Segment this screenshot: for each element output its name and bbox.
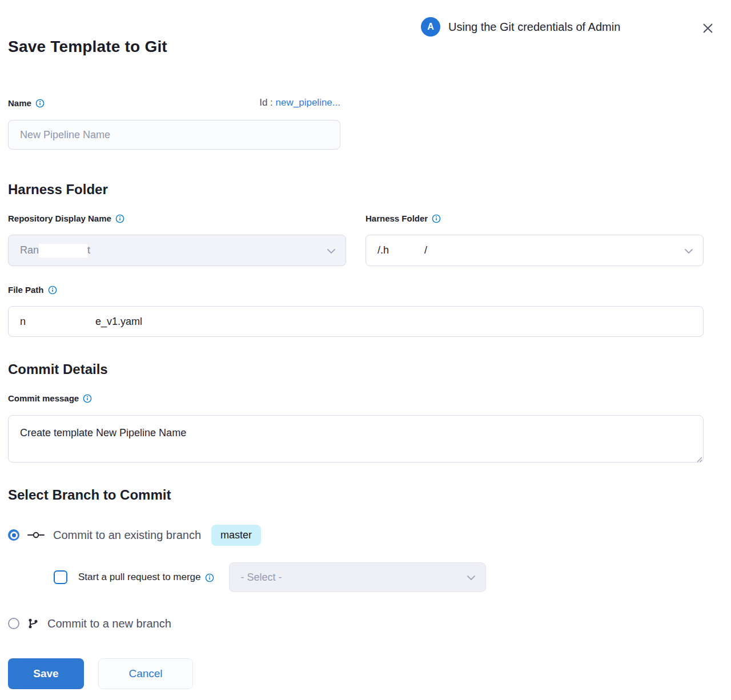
git-branch-icon <box>27 618 39 629</box>
branch-section-heading: Select Branch to Commit <box>8 487 171 503</box>
file-path-value-start: n <box>20 316 26 328</box>
pull-request-row: Start a pull request to merge - Select - <box>54 562 486 592</box>
target-branch-placeholder: - Select - <box>241 572 282 584</box>
commit-details-heading: Commit Details <box>8 361 108 377</box>
file-path-label-row: File Path <box>8 285 57 295</box>
harness-folder-label-row: Harness Folder <box>366 214 441 223</box>
new-branch-label: Commit to a new branch <box>47 617 171 630</box>
folder-value-start: /.h <box>377 244 389 256</box>
info-icon[interactable] <box>35 99 45 108</box>
name-label-row: Name Id : new_pipeline... <box>8 97 340 108</box>
template-id: Id : new_pipeline... <box>259 97 340 108</box>
git-commit-icon <box>27 531 45 539</box>
harness-folder-label: Harness Folder <box>366 214 428 223</box>
commit-message-input[interactable]: Create template New Pipeline Name <box>8 415 704 462</box>
avatar: A <box>421 17 440 37</box>
file-path-value-end: e_v1.yaml <box>95 316 142 328</box>
commit-message-label: Commit message <box>8 393 79 403</box>
harness-folder-select[interactable]: /.h/ <box>366 235 704 266</box>
name-input[interactable] <box>8 120 340 150</box>
save-button[interactable]: Save <box>8 658 84 689</box>
info-icon[interactable] <box>115 214 124 223</box>
branch-tag-master[interactable]: master <box>211 525 261 546</box>
repository-select[interactable]: Rant <box>8 235 346 266</box>
cancel-button[interactable]: Cancel <box>98 658 193 689</box>
harness-folder-heading: Harness Folder <box>8 182 108 198</box>
repository-label-row: Repository Display Name <box>8 214 124 223</box>
id-prefix: Id : <box>259 97 275 108</box>
repository-value-end: t <box>87 244 90 256</box>
chevron-down-icon <box>327 244 335 256</box>
commit-message-label-row: Commit message <box>8 393 92 403</box>
repository-label: Repository Display Name <box>8 214 111 223</box>
new-branch-radio[interactable] <box>8 618 19 629</box>
id-value-link[interactable]: new_pipeline... <box>276 97 340 108</box>
page-title: Save Template to Git <box>8 38 167 56</box>
folder-value-end: / <box>424 244 427 256</box>
credentials-note: Using the Git credentials of Admin <box>448 21 620 34</box>
info-icon[interactable] <box>205 573 214 582</box>
chevron-down-icon <box>467 572 475 584</box>
existing-branch-label: Commit to an existing branch <box>53 529 201 542</box>
existing-branch-row: Commit to an existing branch master <box>8 524 261 546</box>
chevron-down-icon <box>685 244 693 256</box>
pull-request-checkbox[interactable] <box>54 570 67 584</box>
existing-branch-radio[interactable] <box>8 529 19 541</box>
info-icon[interactable] <box>83 394 92 403</box>
file-path-input[interactable]: ne_v1.yaml <box>8 306 704 337</box>
save-template-to-git-dialog: A Using the Git credentials of Admin Sav… <box>0 0 731 700</box>
redaction-overlay <box>389 244 424 258</box>
redaction-overlay <box>39 244 87 258</box>
file-path-label: File Path <box>8 285 44 295</box>
git-credentials-banner: A Using the Git credentials of Admin <box>421 17 620 37</box>
redaction-overlay <box>26 315 95 328</box>
info-icon[interactable] <box>48 285 57 295</box>
name-label: Name <box>8 98 31 108</box>
new-branch-row: Commit to a new branch <box>8 615 171 631</box>
repository-value-start: Ran <box>20 244 39 256</box>
pull-request-label: Start a pull request to merge <box>78 572 201 583</box>
info-icon[interactable] <box>432 214 441 223</box>
dialog-actions: Save Cancel <box>8 658 193 689</box>
close-icon[interactable] <box>701 21 714 35</box>
target-branch-select[interactable]: - Select - <box>229 562 486 592</box>
